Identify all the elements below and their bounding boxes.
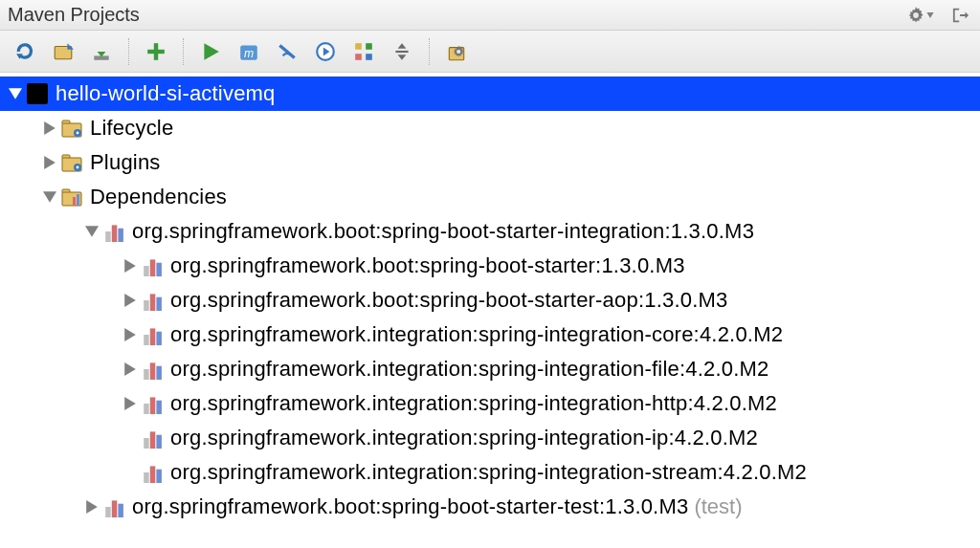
toolbar-run-maven-icon[interactable] (235, 38, 262, 65)
tree-item-label: org.springframework.integration:spring-i… (170, 387, 777, 420)
tree-dependency[interactable]: org.springframework.integration:spring-i… (0, 352, 980, 386)
expand-arrow-icon[interactable] (82, 497, 101, 516)
tree-dependency[interactable]: org.springframework.boot:spring-boot-sta… (0, 214, 980, 249)
tree-dependency[interactable]: org.springframework.boot:spring-boot-sta… (0, 249, 980, 283)
expand-arrow-icon[interactable] (121, 256, 140, 275)
tree-item-label: org.springframework.boot:spring-boot-sta… (170, 250, 685, 282)
jar-icon (140, 426, 165, 450)
folder-lifecycle-icon (59, 116, 84, 141)
expand-arrow-spacer (121, 428, 140, 448)
jar-icon (140, 357, 165, 382)
jar-icon (140, 253, 165, 278)
tree-item-label: Lifecycle (90, 112, 173, 144)
expand-arrow-icon[interactable] (121, 291, 140, 310)
titlebar-gear-icon[interactable] (907, 2, 934, 29)
toolbar-settings-icon[interactable] (443, 38, 470, 65)
tree: hello-world-si-activemq Lifecycle Plugin… (0, 73, 980, 543)
jar-icon (140, 391, 165, 416)
toolbar-toggle-offline-icon[interactable] (274, 38, 301, 65)
toolbar-execute-goal-icon[interactable] (312, 38, 339, 65)
tree-item-label: org.springframework.integration:spring-i… (170, 353, 768, 385)
tree-item-label: org.springframework.integration:spring-i… (170, 318, 783, 351)
tree-item-label: org.springframework.integration:spring-i… (170, 456, 807, 489)
expand-arrow-icon[interactable] (121, 325, 140, 344)
jar-icon (140, 460, 165, 485)
expand-arrow-icon[interactable] (40, 187, 59, 207)
expand-arrow-icon[interactable] (6, 84, 25, 103)
toolbar-download-icon[interactable] (88, 38, 115, 65)
tree-dependency[interactable]: org.springframework.boot:spring-boot-sta… (0, 283, 980, 318)
jar-icon (140, 288, 165, 313)
jar-icon (101, 219, 126, 244)
tree-item-label: Plugins (90, 146, 161, 179)
tree-item-label: org.springframework.boot:spring-boot-sta… (170, 284, 727, 317)
toolbar-refresh-icon[interactable] (11, 38, 38, 65)
toolbar-separator (128, 38, 129, 65)
tree-dependency[interactable]: org.springframework.integration:spring-i… (0, 318, 980, 352)
tree-lifecycle[interactable]: Lifecycle (0, 111, 980, 145)
titlebar: Maven Projects (0, 0, 980, 31)
toolbar-add-icon[interactable] (143, 38, 169, 65)
tree-item-label: org.springframework.boot:spring-boot-sta… (132, 215, 754, 248)
titlebar-title: Maven Projects (8, 4, 140, 26)
tree-plugins[interactable]: Plugins (0, 145, 980, 180)
toolbar-dependency-graph-icon[interactable] (350, 38, 377, 65)
toolbar-generate-sources-icon[interactable] (50, 38, 77, 65)
tree-dependency[interactable]: org.springframework.integration:spring-i… (0, 386, 980, 421)
tree-dependency[interactable]: org.springframework.integration:spring-i… (0, 455, 980, 490)
tree-item-label: Dependencies (90, 181, 227, 213)
tree-dependencies[interactable]: Dependencies (0, 180, 980, 214)
expand-arrow-icon[interactable] (121, 394, 140, 413)
titlebar-hide-icon[interactable] (947, 2, 974, 29)
svg-marker-43 (9, 88, 22, 99)
jar-icon (101, 494, 126, 519)
expand-arrow-spacer (121, 463, 140, 482)
tree-dependency[interactable]: org.springframework.boot:spring-boot-sta… (0, 490, 980, 524)
jar-icon (140, 322, 165, 347)
tree-item-label: org.springframework.integration:spring-i… (170, 422, 758, 454)
toolbar-collapse-all-icon[interactable] (389, 38, 415, 65)
expand-arrow-icon[interactable] (40, 119, 59, 138)
module-icon (25, 81, 50, 106)
tree-root-label: hello-world-si-activemq (56, 77, 276, 110)
folder-plugins-icon (59, 150, 84, 175)
expand-arrow-icon[interactable] (121, 360, 140, 379)
tree-item-label: org.springframework.boot:spring-boot-sta… (132, 491, 688, 523)
expand-arrow-icon[interactable] (40, 153, 59, 172)
expand-arrow-icon[interactable] (82, 222, 101, 241)
folder-dependencies-icon (59, 185, 84, 209)
toolbar (0, 31, 980, 73)
toolbar-separator (183, 38, 184, 65)
tree-root[interactable]: hello-world-si-activemq (0, 77, 980, 111)
toolbar-run-icon[interactable] (197, 38, 224, 65)
dependency-scope: (test) (694, 491, 742, 523)
toolbar-separator (429, 38, 430, 65)
tree-dependency[interactable]: org.springframework.integration:spring-i… (0, 421, 980, 455)
